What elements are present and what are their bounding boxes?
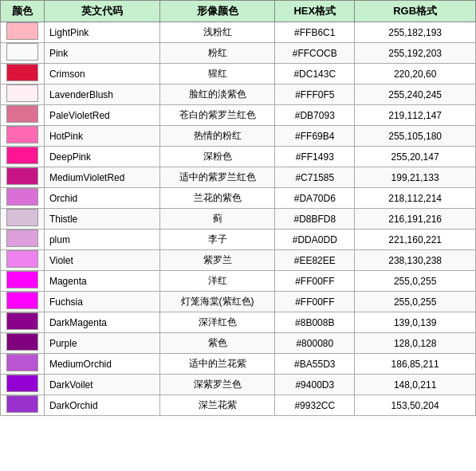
color-swatch-cell [1,292,45,312]
color-name: DeepPink [44,147,159,167]
color-hex: #FFF0F5 [275,84,355,105]
color-swatch [6,395,38,413]
color-swatch-cell [1,188,45,209]
color-name: PaleVioletRed [44,105,159,126]
column-header: 英文代码 [44,1,159,22]
column-header: HEX格式 [275,1,355,22]
color-rgb: 148,0,211 [355,375,476,395]
color-swatch-cell [1,395,45,416]
color-name: Violet [44,250,159,271]
color-description: 浅粉红 [159,22,275,43]
color-name: DarkMagenta [44,312,159,333]
color-rgb: 238,130,238 [355,250,476,271]
color-hex: #BA55D3 [275,354,355,375]
color-swatch-cell [1,209,45,230]
color-swatch-cell [1,271,45,292]
column-header: 颜色 [1,1,45,22]
color-description: 适中的紫罗兰红色 [159,167,275,188]
color-rgb: 128,0,128 [355,333,476,354]
color-swatch [6,292,38,309]
color-swatch [6,188,38,206]
table-row: MediumVioletRed适中的紫罗兰红色#C71585199,21,133 [1,167,476,188]
table-row: LightPink浅粉红#FFB6C1255,182,193 [1,22,476,43]
color-swatch-cell [1,167,45,188]
color-swatch-cell [1,126,45,147]
color-hex: #DA70D6 [275,188,355,209]
table-row: Thistle蓟#D8BFD8216,191,216 [1,209,476,230]
color-name: Orchid [44,188,159,209]
color-name: MediumOrchid [44,354,159,375]
color-swatch-cell [1,354,45,375]
color-swatch [6,209,38,226]
color-swatch [6,22,38,40]
color-table: 颜色英文代码形像颜色HEX格式RGB格式 LightPink浅粉红#FFB6C1… [0,0,476,416]
color-hex: #9932CC [275,395,355,416]
color-swatch [6,312,38,330]
color-description: 猩红 [159,64,275,84]
color-swatch [6,64,38,81]
table-row: PaleVioletRed苍白的紫罗兰红色#DB7093219,112,147 [1,105,476,126]
color-swatch-cell [1,22,45,43]
color-hex: #9400D3 [275,375,355,395]
table-row: Orchid兰花的紫色#DA70D6218,112,214 [1,188,476,209]
color-rgb: 255,0,255 [355,292,476,312]
color-name: HotPink [44,126,159,147]
color-swatch [6,333,38,351]
table-row: HotPink热情的粉红#FF69B4255,105,180 [1,126,476,147]
color-swatch [6,43,38,61]
color-hex: #FF00FF [275,292,355,312]
color-hex: #FFCOCB [275,43,355,64]
color-swatch-cell [1,230,45,250]
color-description: 灯笼海棠(紫红色) [159,292,275,312]
color-swatch-cell [1,250,45,271]
color-description: 深兰花紫 [159,395,275,416]
color-hex: #DB7093 [275,105,355,126]
color-swatch-cell [1,64,45,84]
table-row: Fuchsia灯笼海棠(紫红色)#FF00FF255,0,255 [1,292,476,312]
color-rgb: 220,20,60 [355,64,476,84]
color-swatch [6,167,38,185]
color-name: DarkOrchid [44,395,159,416]
color-rgb: 199,21,133 [355,167,476,188]
color-name: LavenderBlush [44,84,159,105]
color-hex: #FFB6C1 [275,22,355,43]
color-name: Pink [44,43,159,64]
color-description: 脸红的淡紫色 [159,84,275,105]
color-name: MediumVioletRed [44,167,159,188]
color-description: 洋红 [159,271,275,292]
color-swatch [6,126,38,143]
color-description: 深粉色 [159,147,275,167]
color-swatch [6,354,38,371]
table-row: Violet紫罗兰#EE82EE238,130,238 [1,250,476,271]
color-hex: #C71585 [275,167,355,188]
color-description: 热情的粉红 [159,126,275,147]
table-row: DarkVoilet深紫罗兰色#9400D3148,0,211 [1,375,476,395]
color-description: 紫色 [159,333,275,354]
table-row: LavenderBlush脸红的淡紫色#FFF0F5255,240,245 [1,84,476,105]
color-description: 李子 [159,230,275,250]
color-hex: #8B008B [275,312,355,333]
color-rgb: 186,85,211 [355,354,476,375]
color-name: Magenta [44,271,159,292]
color-rgb: 255,20,147 [355,147,476,167]
color-swatch [6,375,38,392]
color-description: 紫罗兰 [159,250,275,271]
color-name: plum [44,230,159,250]
color-rgb: 216,191,216 [355,209,476,230]
color-hex: #DDA0DD [275,230,355,250]
color-hex: #800080 [275,333,355,354]
color-swatch-cell [1,375,45,395]
color-swatch [6,271,38,288]
color-swatch [6,147,38,164]
color-hex: #FF1493 [275,147,355,167]
color-rgb: 255,192,203 [355,43,476,64]
color-description: 兰花的紫色 [159,188,275,209]
color-name: Purple [44,333,159,354]
table-row: DarkOrchid深兰花紫#9932CC153,50,204 [1,395,476,416]
color-description: 蓟 [159,209,275,230]
table-row: DarkMagenta深洋红色#8B008B139,0,139 [1,312,476,333]
column-header: 形像颜色 [159,1,275,22]
color-description: 适中的兰花紫 [159,354,275,375]
color-hex: #EE82EE [275,250,355,271]
table-row: Purple紫色#800080128,0,128 [1,333,476,354]
